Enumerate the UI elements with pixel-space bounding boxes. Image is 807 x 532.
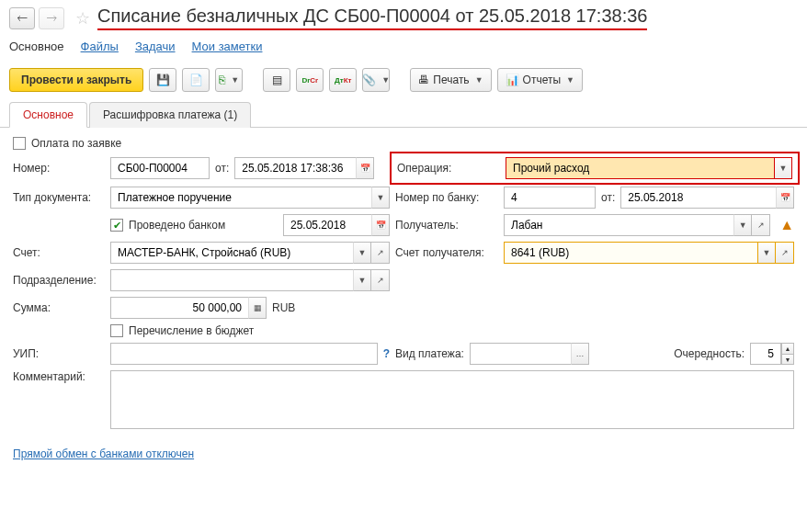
checkbox-checked-icon: ✔ bbox=[110, 219, 123, 232]
bank-done-checkbox[interactable]: ✔ Проведено банком bbox=[110, 219, 225, 232]
dc-button[interactable]: DrCr bbox=[296, 68, 324, 92]
banknum-input[interactable] bbox=[504, 187, 596, 209]
paytype-label: Вид платежа: bbox=[395, 347, 464, 360]
save-button[interactable]: 💾 bbox=[149, 68, 176, 92]
recip-acc-open-button[interactable]: ↗ bbox=[776, 242, 794, 264]
dept-dropdown-button[interactable]: ▼ bbox=[353, 269, 371, 291]
print-button[interactable]: 🖶Печать▼ bbox=[410, 68, 491, 92]
floppy-icon: 💾 bbox=[156, 74, 170, 86]
paytype-select[interactable] bbox=[470, 343, 571, 365]
attach-menu-button[interactable]: 📎▼ bbox=[362, 68, 390, 92]
recipient-dropdown-button[interactable]: ▼ bbox=[733, 214, 752, 236]
from-label: от: bbox=[215, 162, 229, 175]
bankdate-calendar-button[interactable]: 📅 bbox=[776, 187, 794, 209]
sum-input[interactable] bbox=[110, 297, 248, 319]
printer-icon: 🖶 bbox=[418, 74, 429, 86]
dtkt-icon: ДтКт bbox=[335, 76, 351, 85]
bankdate-input[interactable] bbox=[620, 187, 776, 209]
currency-label: RUB bbox=[272, 301, 295, 314]
recipient-select[interactable] bbox=[504, 214, 733, 236]
account-label: Счет: bbox=[13, 246, 105, 259]
document-check-icon: 📄 bbox=[189, 74, 203, 86]
pay-by-request-checkbox[interactable]: Оплата по заявке bbox=[13, 137, 121, 150]
order-spin-down[interactable]: ▼ bbox=[781, 354, 794, 365]
tab-detail[interactable]: Расшифровка платежа (1) bbox=[89, 102, 251, 128]
dept-label: Подразделение: bbox=[13, 274, 105, 287]
attach-icon: 📎 bbox=[362, 74, 376, 86]
order-label: Очередность: bbox=[674, 347, 744, 360]
back-button[interactable]: 🡐 bbox=[9, 7, 35, 29]
recip-acc-select[interactable] bbox=[504, 242, 757, 264]
checkbox-icon bbox=[13, 137, 26, 150]
account-dropdown-button[interactable]: ▼ bbox=[353, 242, 371, 264]
recipient-open-button[interactable]: ↗ bbox=[752, 214, 770, 236]
submit-close-button[interactable]: Провести и закрыть bbox=[9, 68, 143, 92]
uip-input[interactable] bbox=[110, 343, 378, 365]
dept-open-button[interactable]: ↗ bbox=[371, 269, 390, 291]
account-select[interactable] bbox=[110, 242, 353, 264]
navlink-tasks[interactable]: Задачи bbox=[135, 40, 176, 53]
page-title: Списание безналичных ДС СБ00-П00004 от 2… bbox=[97, 6, 647, 30]
sum-calc-button[interactable]: ▦ bbox=[248, 297, 267, 319]
number-input[interactable] bbox=[110, 157, 210, 179]
navlink-notes[interactable]: Мои заметки bbox=[192, 40, 263, 53]
number-label: Номер: bbox=[13, 162, 105, 175]
comment-label: Комментарий: bbox=[13, 370, 105, 383]
help-icon[interactable]: ? bbox=[383, 347, 390, 360]
doctype-dropdown-button[interactable]: ▼ bbox=[371, 187, 390, 209]
copy-menu-button[interactable]: ⎘▼ bbox=[215, 68, 243, 92]
uip-label: УИП: bbox=[13, 347, 105, 360]
drcr-icon: DrCr bbox=[301, 76, 318, 85]
account-open-button[interactable]: ↗ bbox=[371, 242, 390, 264]
copy-icon: ⎘ bbox=[219, 74, 225, 86]
recipient-label: Получатель: bbox=[395, 219, 498, 232]
doctype-select[interactable] bbox=[110, 187, 371, 209]
navlink-files[interactable]: Файлы bbox=[81, 40, 119, 53]
banknum-label: Номер по банку: bbox=[395, 191, 498, 204]
recip-acc-dropdown-button[interactable]: ▼ bbox=[757, 242, 776, 264]
recip-acc-label: Счет получателя: bbox=[395, 246, 498, 259]
post-button[interactable]: 📄 bbox=[182, 68, 210, 92]
operation-dropdown-button[interactable]: ▼ bbox=[774, 157, 792, 179]
warning-icon: ▲ bbox=[779, 217, 794, 233]
order-input[interactable] bbox=[750, 343, 781, 365]
comment-textarea[interactable] bbox=[110, 370, 794, 429]
chart-icon: 📊 bbox=[506, 74, 519, 86]
calendar-button[interactable]: 📅 bbox=[356, 157, 374, 179]
sum-label: Сумма: bbox=[13, 301, 105, 314]
dept-select[interactable] bbox=[110, 269, 353, 291]
calendar-icon: 📅 bbox=[780, 193, 790, 202]
doc-icon: ▤ bbox=[272, 74, 282, 86]
navlink-main[interactable]: Основное bbox=[9, 40, 64, 53]
operation-select[interactable] bbox=[506, 157, 774, 179]
forward-button[interactable]: 🡒 bbox=[39, 7, 64, 29]
bank-done-calendar-button[interactable]: 📅 bbox=[371, 214, 390, 236]
paytype-more-button[interactable]: … bbox=[571, 343, 589, 365]
budget-checkbox[interactable]: Перечисление в бюджет bbox=[110, 324, 254, 337]
dtkt-button[interactable]: ДтКт bbox=[329, 68, 357, 92]
from-label-2: от: bbox=[601, 191, 615, 204]
bank-done-date-input[interactable] bbox=[283, 214, 371, 236]
tab-main[interactable]: Основное bbox=[9, 102, 87, 128]
reports-button[interactable]: 📊Отчеты▼ bbox=[497, 68, 583, 92]
order-spin-up[interactable]: ▲ bbox=[781, 343, 794, 354]
date-input[interactable] bbox=[234, 157, 356, 179]
bank-exchange-link[interactable]: Прямой обмен с банками отключен bbox=[13, 447, 194, 460]
calendar-icon: 📅 bbox=[376, 221, 386, 230]
doc1-button[interactable]: ▤ bbox=[263, 68, 290, 92]
doctype-label: Тип документа: bbox=[13, 191, 105, 204]
operation-label: Операция: bbox=[397, 162, 500, 175]
calendar-icon: 📅 bbox=[360, 164, 370, 173]
star-icon[interactable]: ☆ bbox=[75, 8, 90, 28]
checkbox-icon bbox=[110, 324, 123, 337]
